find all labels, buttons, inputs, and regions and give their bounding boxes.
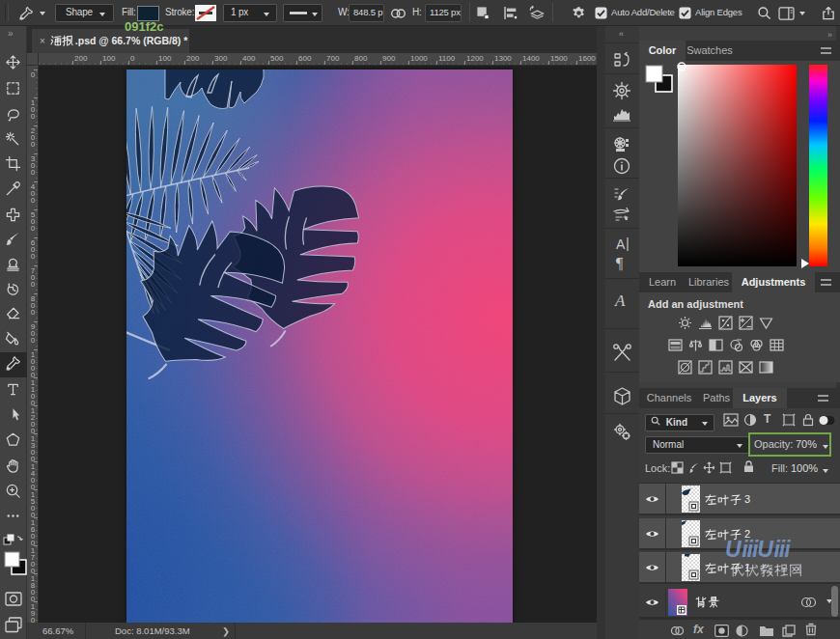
svg-text:¶: ¶ <box>616 255 624 271</box>
svg-text:A: A <box>614 292 626 310</box>
svg-text:A: A <box>616 236 626 252</box>
